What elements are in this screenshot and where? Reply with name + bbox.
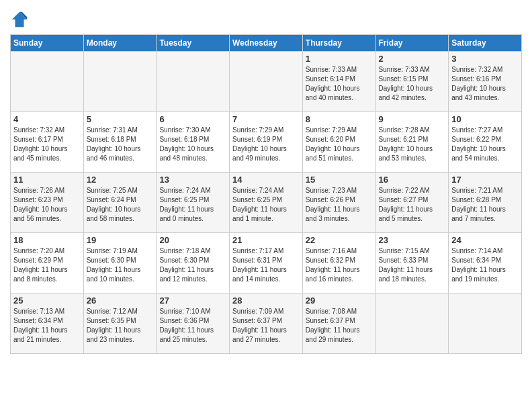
calendar-cell: 14Sunrise: 7:24 AM Sunset: 6:25 PM Dayli… [230,173,303,233]
calendar-week-2: 4Sunrise: 7:32 AM Sunset: 6:17 PM Daylig… [11,112,522,173]
day-info: Sunrise: 7:09 AM Sunset: 6:37 PM Dayligh… [232,307,300,345]
day-info: Sunrise: 7:24 AM Sunset: 6:25 PM Dayligh… [159,186,226,224]
calendar-cell: 4Sunrise: 7:32 AM Sunset: 6:17 PM Daylig… [11,112,84,173]
day-number: 17 [451,175,519,185]
day-info: Sunrise: 7:14 AM Sunset: 6:34 PM Dayligh… [451,246,519,284]
calendar-cell: 21Sunrise: 7:17 AM Sunset: 6:31 PM Dayli… [230,233,303,293]
calendar-cell: 26Sunrise: 7:12 AM Sunset: 6:35 PM Dayli… [83,293,157,354]
calendar-cell: 22Sunrise: 7:16 AM Sunset: 6:32 PM Dayli… [302,233,375,293]
calendar-week-3: 11Sunrise: 7:26 AM Sunset: 6:23 PM Dayli… [11,173,522,233]
day-number: 3 [451,54,519,64]
weekday-wednesday: Wednesday [230,35,303,52]
day-info: Sunrise: 7:28 AM Sunset: 6:21 PM Dayligh… [379,126,446,163]
day-number: 29 [306,295,373,306]
calendar-cell: 15Sunrise: 7:23 AM Sunset: 6:26 PM Dayli… [302,173,375,233]
calendar-week-4: 18Sunrise: 7:20 AM Sunset: 6:29 PM Dayli… [11,233,522,293]
day-number: 5 [87,114,154,124]
day-info: Sunrise: 7:32 AM Sunset: 6:16 PM Dayligh… [451,65,519,103]
day-info: Sunrise: 7:26 AM Sunset: 6:23 PM Dayligh… [13,186,81,224]
day-number: 22 [306,235,373,245]
day-info: Sunrise: 7:15 AM Sunset: 6:33 PM Dayligh… [379,246,446,284]
day-number: 20 [159,235,226,245]
weekday-sunday: Sunday [11,35,84,52]
day-info: Sunrise: 7:10 AM Sunset: 6:36 PM Dayligh… [159,307,226,345]
day-number: 2 [379,54,446,64]
weekday-friday: Friday [375,35,449,52]
calendar-week-5: 25Sunrise: 7:13 AM Sunset: 6:34 PM Dayli… [11,293,522,354]
calendar-cell [230,52,303,112]
calendar-table: SundayMondayTuesdayWednesdayThursdayFrid… [10,34,522,354]
day-number: 16 [379,175,446,185]
day-number: 19 [87,235,154,245]
day-info: Sunrise: 7:16 AM Sunset: 6:32 PM Dayligh… [306,246,373,284]
calendar-cell: 11Sunrise: 7:26 AM Sunset: 6:23 PM Dayli… [11,173,84,233]
day-number: 28 [232,295,300,306]
calendar-cell [11,52,84,112]
day-info: Sunrise: 7:29 AM Sunset: 6:19 PM Dayligh… [232,126,300,163]
day-info: Sunrise: 7:31 AM Sunset: 6:18 PM Dayligh… [87,126,154,163]
day-number: 13 [159,175,226,185]
day-number: 10 [451,114,519,124]
calendar-cell: 5Sunrise: 7:31 AM Sunset: 6:18 PM Daylig… [83,112,157,173]
calendar-cell: 28Sunrise: 7:09 AM Sunset: 6:37 PM Dayli… [230,293,303,354]
day-number: 27 [159,295,226,306]
calendar-cell: 3Sunrise: 7:32 AM Sunset: 6:16 PM Daylig… [449,52,522,112]
day-number: 21 [232,235,300,245]
calendar-cell [449,293,522,354]
day-info: Sunrise: 7:13 AM Sunset: 6:34 PM Dayligh… [13,307,81,345]
weekday-saturday: Saturday [449,35,522,52]
calendar-cell: 12Sunrise: 7:25 AM Sunset: 6:24 PM Dayli… [83,173,157,233]
weekday-tuesday: Tuesday [157,35,230,52]
calendar-cell: 23Sunrise: 7:15 AM Sunset: 6:33 PM Dayli… [375,233,449,293]
day-info: Sunrise: 7:23 AM Sunset: 6:26 PM Dayligh… [306,186,373,224]
day-number: 7 [232,114,300,124]
day-number: 14 [232,175,300,185]
day-number: 26 [87,295,154,306]
day-info: Sunrise: 7:25 AM Sunset: 6:24 PM Dayligh… [87,186,154,224]
calendar-body: 1Sunrise: 7:33 AM Sunset: 6:14 PM Daylig… [11,52,522,354]
calendar-cell: 27Sunrise: 7:10 AM Sunset: 6:36 PM Dayli… [157,293,230,354]
day-number: 4 [13,114,81,124]
day-info: Sunrise: 7:29 AM Sunset: 6:20 PM Dayligh… [306,126,373,163]
page-header [10,7,522,29]
calendar-cell: 24Sunrise: 7:14 AM Sunset: 6:34 PM Dayli… [449,233,522,293]
calendar-cell: 9Sunrise: 7:28 AM Sunset: 6:21 PM Daylig… [375,112,449,173]
calendar-cell: 20Sunrise: 7:18 AM Sunset: 6:30 PM Dayli… [157,233,230,293]
calendar-cell: 18Sunrise: 7:20 AM Sunset: 6:29 PM Dayli… [11,233,84,293]
day-info: Sunrise: 7:18 AM Sunset: 6:30 PM Dayligh… [159,246,226,284]
day-info: Sunrise: 7:19 AM Sunset: 6:30 PM Dayligh… [87,246,154,284]
day-info: Sunrise: 7:20 AM Sunset: 6:29 PM Dayligh… [13,246,81,284]
day-number: 6 [159,114,226,124]
calendar-cell: 10Sunrise: 7:27 AM Sunset: 6:22 PM Dayli… [449,112,522,173]
day-number: 25 [13,295,81,306]
logo-icon [10,10,29,29]
calendar-cell: 17Sunrise: 7:21 AM Sunset: 6:28 PM Dayli… [449,173,522,233]
calendar-cell: 29Sunrise: 7:08 AM Sunset: 6:37 PM Dayli… [302,293,375,354]
day-info: Sunrise: 7:08 AM Sunset: 6:37 PM Dayligh… [306,307,373,345]
svg-marker-0 [12,12,27,27]
day-info: Sunrise: 7:33 AM Sunset: 6:14 PM Dayligh… [306,65,373,103]
logo [10,10,31,29]
calendar-cell: 13Sunrise: 7:24 AM Sunset: 6:25 PM Dayli… [157,173,230,233]
calendar-cell: 7Sunrise: 7:29 AM Sunset: 6:19 PM Daylig… [230,112,303,173]
day-info: Sunrise: 7:30 AM Sunset: 6:18 PM Dayligh… [159,126,226,163]
day-info: Sunrise: 7:12 AM Sunset: 6:35 PM Dayligh… [87,307,154,345]
calendar-header: SundayMondayTuesdayWednesdayThursdayFrid… [11,35,522,52]
calendar-cell: 19Sunrise: 7:19 AM Sunset: 6:30 PM Dayli… [83,233,157,293]
calendar-cell [157,52,230,112]
weekday-header-row: SundayMondayTuesdayWednesdayThursdayFrid… [11,35,522,52]
calendar-cell: 2Sunrise: 7:33 AM Sunset: 6:15 PM Daylig… [375,52,449,112]
day-info: Sunrise: 7:22 AM Sunset: 6:27 PM Dayligh… [379,186,446,224]
day-number: 9 [379,114,446,124]
weekday-monday: Monday [83,35,157,52]
day-number: 8 [306,114,373,124]
day-number: 11 [13,175,81,185]
weekday-thursday: Thursday [302,35,375,52]
calendar-cell: 16Sunrise: 7:22 AM Sunset: 6:27 PM Dayli… [375,173,449,233]
calendar-cell: 1Sunrise: 7:33 AM Sunset: 6:14 PM Daylig… [302,52,375,112]
calendar-cell: 6Sunrise: 7:30 AM Sunset: 6:18 PM Daylig… [157,112,230,173]
day-info: Sunrise: 7:33 AM Sunset: 6:15 PM Dayligh… [379,65,446,103]
calendar-cell: 25Sunrise: 7:13 AM Sunset: 6:34 PM Dayli… [11,293,84,354]
day-number: 12 [87,175,154,185]
day-info: Sunrise: 7:21 AM Sunset: 6:28 PM Dayligh… [451,186,519,224]
